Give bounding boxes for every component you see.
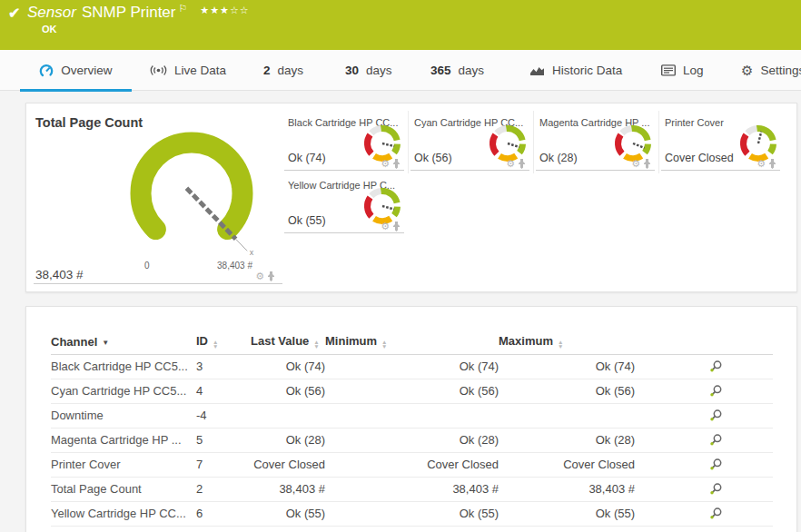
log-icon [661,64,676,76]
pin-icon[interactable] [643,158,651,169]
sort-icon: ▲▼ [381,340,387,349]
table-row[interactable]: Magenta Cartridge HP ... 5 Ok (28) Ok (2… [51,428,773,452]
table-row[interactable]: Downtime -4 [51,403,773,428]
tab-overview[interactable]: Overview [20,50,132,91]
gear-icon[interactable]: ⚙ [631,159,640,169]
channel-zoom-icon[interactable] [709,409,723,422]
column-header-channel[interactable]: Channel▼ [51,330,196,354]
channel-table: Channel▼ ID▲▼ Last Value▲▼ Minimum▲▼ Max… [51,330,773,527]
table-header-row: Channel▼ ID▲▼ Last Value▲▼ Minimum▲▼ Max… [51,330,773,354]
column-header-last-value[interactable]: Last Value▲▼ [251,330,325,354]
tab-historic-data[interactable]: Historic Data [529,50,622,91]
channel-gauge-card[interactable]: Printer Cover Cover Closed ⚙ [658,111,784,173]
channel-zoom-icon[interactable] [709,384,723,398]
divider [284,170,404,171]
channel-gauge-card[interactable]: Black Cartridge HP CC... Ok (74) ⚙ [282,111,408,173]
column-header-actions [635,330,773,354]
cell-channel: Yellow Cartridge HP CC... [51,501,196,526]
priority-stars[interactable]: ★★★☆☆ [200,5,249,15]
object-type-label: Sensor [27,4,76,21]
table-row[interactable]: Cyan Cartridge HP CC5... 4 Ok (56) Ok (5… [51,379,773,403]
total-page-count-card[interactable]: Total Page Count x 0 38,403 # 38,403 # ⚙ [26,103,282,293]
divider [34,283,282,284]
channel-zoom-icon[interactable] [709,360,723,373]
cell-last-value: Ok (56) [251,379,325,403]
table-row[interactable]: Printer Cover 7 Cover Closed Cover Close… [51,452,773,477]
cell-id: 3 [196,354,251,379]
tab-label: Overview [61,64,112,77]
cell-maximum: Cover Closed [499,452,635,477]
divider [410,170,529,171]
flag-icon[interactable]: ⚐ [178,3,187,14]
tab-number: 2 [263,64,271,77]
cell-maximum: 38,403 # [499,477,635,501]
channel-gauge-card[interactable]: Cyan Cartridge HP CC... Ok (56) ⚙ [408,111,533,173]
divider [284,232,404,233]
cell-id: -4 [196,403,251,428]
column-header-minimum[interactable]: Minimum▲▼ [325,330,499,354]
cell-last-value: Ok (74) [251,354,325,379]
cell-channel: Total Page Count [51,477,196,501]
channel-zoom-icon[interactable] [709,458,723,471]
tab-365-days[interactable]: 365 days [430,50,484,91]
table-row[interactable]: Black Cartridge HP CC5... 3 Ok (74) Ok (… [51,354,773,379]
svg-text:x: x [250,248,254,257]
pin-icon[interactable] [768,158,776,169]
gear-icon[interactable]: ⚙ [381,159,390,169]
channel-gauge-value: Ok (74) [288,152,326,164]
cell-last-value: Ok (55) [251,501,325,526]
historic-chart-icon [529,64,545,77]
table-row[interactable]: Total Page Count 2 38,403 # 38,403 # 38,… [51,477,773,501]
cell-minimum: Ok (28) [325,428,499,452]
tab-label: days [366,64,392,77]
pin-icon[interactable] [392,221,400,232]
sensor-name: SNMP Printer [82,4,176,21]
tab-log[interactable]: Log [661,50,704,91]
tab-settings[interactable]: ⚙ Settings [741,50,801,91]
tab-number: 30 [345,64,359,77]
pin-icon[interactable] [392,158,400,169]
channel-table-body: Black Cartridge HP CC5... 3 Ok (74) Ok (… [51,354,773,526]
channel-zoom-icon[interactable] [709,433,723,447]
status-check-icon: ✔ [8,5,20,22]
cell-minimum: Ok (55) [325,501,499,526]
cell-channel: Magenta Cartridge HP ... [51,428,196,452]
cell-maximum: Ok (56) [499,379,635,403]
column-header-id[interactable]: ID▲▼ [196,330,251,354]
tab-label: Live Data [174,64,226,77]
gear-icon[interactable]: ⚙ [255,271,264,281]
column-header-maximum[interactable]: Maximum▲▼ [499,330,635,354]
gear-icon[interactable]: ⚙ [506,159,515,169]
cell-last-value: 38,403 # [251,477,325,501]
channel-gauge-card[interactable]: Magenta Cartridge HP ... Ok (28) ⚙ [533,111,658,173]
gauge-scale-max: 38,403 # [194,261,252,271]
channel-zoom-icon[interactable] [709,482,723,496]
channel-gauge-value: Ok (55) [288,214,326,227]
gear-icon[interactable]: ⚙ [756,159,766,169]
gear-icon: ⚙ [741,63,753,79]
sort-desc-icon: ▼ [102,339,109,347]
cell-minimum: Ok (74) [325,354,499,379]
channel-gauge-value: Cover Closed [665,152,734,164]
tab-2-days[interactable]: 2 days [263,50,303,91]
pin-icon[interactable] [518,158,526,169]
stars-empty: ☆☆ [230,5,250,15]
tab-label: Log [683,64,704,77]
sort-icon: ▲▼ [213,340,218,349]
tab-live-data[interactable]: Live Data [150,50,226,91]
tab-30-days[interactable]: 30 days [345,50,392,91]
cell-channel: Printer Cover [51,452,196,477]
sensor-header: ✔ SensorSNMP Printer⚐★★★☆☆ OK [0,0,801,50]
channel-gauge-value: Ok (28) [539,152,578,164]
channels-panel: Channel▼ ID▲▼ Last Value▲▼ Minimum▲▼ Max… [25,306,797,532]
tab-label: Historic Data [552,64,622,77]
channel-gauge-card[interactable]: Yellow Cartridge HP C... Ok (55) ⚙ [282,173,408,236]
table-row[interactable]: Yellow Cartridge HP CC... 6 Ok (55) Ok (… [51,501,773,526]
stars-filled: ★★★ [200,5,230,15]
channel-zoom-icon[interactable] [709,507,723,520]
cell-id: 6 [196,501,251,526]
cell-last-value: Ok (28) [251,428,325,452]
pin-icon[interactable] [267,271,275,281]
gear-icon[interactable]: ⚙ [381,222,390,232]
channel-gauge-value: Ok (56) [414,152,452,164]
